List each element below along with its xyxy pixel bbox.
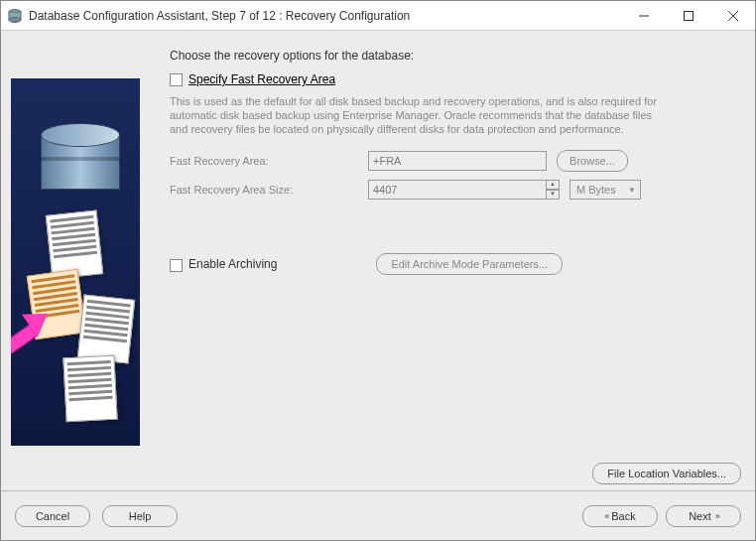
titlebar: Database Configuration Assistant, Step 7…: [1, 1, 755, 31]
maximize-button[interactable]: [666, 1, 710, 30]
page-heading: Choose the recovery options for the data…: [170, 49, 733, 63]
fast-recovery-area-label: Fast Recovery Area:: [170, 155, 368, 167]
specify-fast-recovery-label: Specify Fast Recovery Area: [189, 72, 335, 86]
enable-archiving-checkbox[interactable]: [170, 259, 183, 272]
svg-rect-4: [684, 11, 693, 20]
wizard-footer: Cancel Help « Back Next »: [1, 490, 755, 540]
close-button[interactable]: [710, 1, 755, 30]
enable-archiving-label: Enable Archiving: [189, 257, 277, 271]
size-unit-value: M Bytes: [576, 184, 616, 196]
help-button[interactable]: Help: [102, 505, 178, 527]
cancel-button[interactable]: Cancel: [15, 505, 90, 527]
file-location-variables-button[interactable]: File Location Variables...: [592, 463, 741, 484]
wizard-illustration: [11, 78, 140, 446]
content-area: Choose the recovery options for the data…: [1, 31, 755, 490]
back-label: Back: [611, 510, 635, 522]
size-spinner-down[interactable]: ▼: [546, 190, 560, 200]
chevron-down-icon: ▼: [628, 186, 636, 195]
recovery-description: This is used as the default for all disk…: [170, 94, 666, 136]
fast-recovery-size-label: Fast Recovery Area Size:: [170, 184, 368, 196]
minimize-button[interactable]: [621, 1, 666, 30]
app-icon: [7, 8, 23, 24]
edit-archive-params-button[interactable]: Edit Archive Mode Parameters...: [376, 253, 563, 275]
chevron-right-icon: »: [715, 511, 718, 521]
size-unit-select[interactable]: M Bytes ▼: [569, 180, 641, 200]
chevron-left-icon: «: [604, 511, 607, 521]
fast-recovery-area-input[interactable]: [368, 151, 547, 171]
back-button[interactable]: « Back: [582, 505, 658, 527]
window-title: Database Configuration Assistant, Step 7…: [29, 9, 621, 23]
browse-button[interactable]: Browse...: [557, 150, 628, 172]
svg-point-2: [9, 17, 21, 22]
window-controls: [621, 1, 755, 30]
fast-recovery-size-input[interactable]: [368, 180, 547, 200]
size-spinner-up[interactable]: ▲: [546, 180, 560, 190]
next-button[interactable]: Next »: [666, 505, 741, 527]
specify-fast-recovery-checkbox[interactable]: [170, 73, 183, 86]
main-panel: Choose the recovery options for the data…: [140, 39, 745, 490]
next-label: Next: [689, 510, 711, 522]
